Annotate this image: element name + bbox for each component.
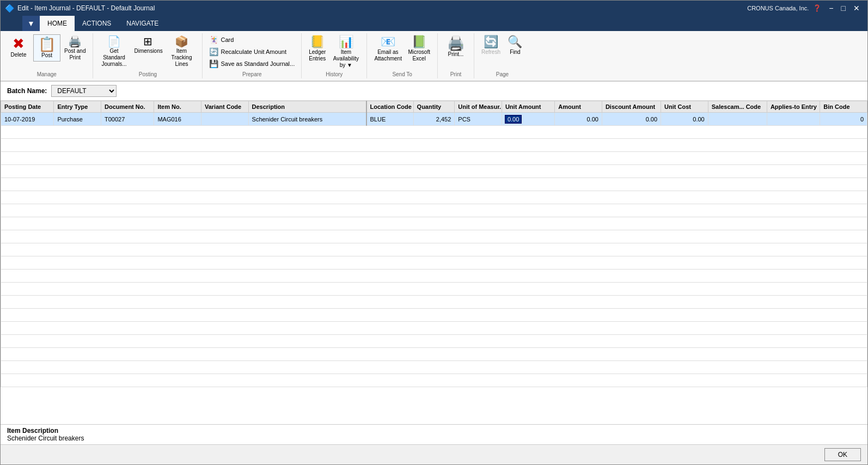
item-availability-icon: 📊	[339, 36, 353, 48]
col-header-discount-amount: Discount Amount	[602, 101, 661, 113]
item-availability-button[interactable]: 📊 ItemAvailability by ▼	[329, 34, 362, 70]
col-header-unit-amount: Unit Amount	[502, 101, 554, 113]
col-header-variant-code: Variant Code	[201, 101, 248, 113]
table-row-empty	[1, 283, 867, 296]
ribbon-group-history: 📒 LedgerEntries 📊 ItemAvailability by ▼ …	[302, 33, 367, 78]
col-header-amount: Amount	[555, 101, 602, 113]
col-header-quantity: Quantity	[413, 101, 455, 113]
excel-icon: 📗	[412, 36, 426, 48]
close-button[interactable]: ✕	[850, 3, 863, 14]
status-bar: Item Description Schenider Circuit break…	[1, 424, 867, 444]
nav-menu-button[interactable]: ▼	[22, 16, 40, 31]
cell-item-no[interactable]: MAG016	[154, 113, 201, 126]
standard-journals-icon: 📄	[107, 36, 121, 47]
col-header-salescam-code: Salescam... Code	[708, 101, 767, 113]
post-and-print-button[interactable]: 🖨️ Post andPrint	[62, 34, 88, 63]
dimensions-icon: ⊞	[143, 36, 152, 47]
save-as-standard-journal-button[interactable]: 💾 Save as Standard Journal...	[207, 58, 297, 69]
cell-bin-code[interactable]: 0	[820, 113, 867, 126]
card-icon: 🃏	[209, 35, 218, 44]
dimensions-button[interactable]: ⊞ Dimensions	[131, 34, 164, 56]
table-row-empty	[1, 191, 867, 204]
card-button[interactable]: 🃏 Card	[207, 34, 236, 45]
recalculate-icon: 🔄	[209, 47, 218, 56]
cell-location-code[interactable]: BLUE	[366, 113, 414, 126]
table-row-empty	[1, 178, 867, 191]
item-tracking-lines-button[interactable]: 📦 ItemTracking Lines	[165, 34, 198, 69]
tracking-lines-icon: 📦	[175, 36, 188, 47]
table-row-empty	[1, 335, 867, 348]
help-icon: ❓	[813, 4, 821, 12]
item-description-label: Item Description	[7, 427, 861, 435]
maximize-button[interactable]: □	[838, 3, 849, 14]
cell-quantity[interactable]: 2,452	[413, 113, 455, 126]
email-icon: 📧	[381, 36, 395, 48]
table-header-row: Posting Date Entry Type Document No. Ite…	[1, 101, 867, 113]
post-button[interactable]: 📋 Post	[33, 34, 60, 62]
col-header-unit-of-measure: Unit of Measur...	[455, 101, 502, 113]
journal-table: Posting Date Entry Type Document No. Ite…	[1, 101, 867, 387]
print-button[interactable]: 🖨️ Print...	[442, 34, 469, 59]
ribbon-tabs: ▼ HOME ACTIONS NAVIGATE	[1, 16, 867, 31]
cell-unit-amount[interactable]: 0.00	[502, 113, 554, 126]
col-header-applies-to-entry: Applies-to Entry	[767, 101, 820, 113]
microsoft-excel-button[interactable]: 📗 MicrosoftExcel	[405, 34, 433, 64]
table-row-empty	[1, 230, 867, 243]
cell-applies-to-entry[interactable]	[767, 113, 820, 126]
refresh-icon: 🔄	[484, 36, 498, 48]
cell-document-no[interactable]: T00027	[101, 113, 154, 126]
batch-bar: Batch Name: DEFAULT	[1, 82, 867, 101]
ribbon-group-prepare: 🃏 Card 🔄 Recalculate Unit Amount 💾 Save …	[203, 33, 302, 78]
company-name: CRONUS Canada, Inc.	[747, 5, 809, 11]
cell-unit-of-measure[interactable]: PCS	[455, 113, 502, 126]
print-icon: 🖨️	[447, 36, 464, 50]
cell-unit-cost[interactable]: 0.00	[661, 113, 708, 126]
ledger-entries-icon: 📒	[310, 36, 325, 48]
cell-entry-type[interactable]: Purchase	[54, 113, 101, 126]
minimize-button[interactable]: −	[826, 3, 836, 14]
delete-button[interactable]: ✖ Delete	[5, 34, 32, 60]
col-header-location-code: Location Code	[366, 101, 414, 113]
table-row-empty	[1, 256, 867, 270]
find-icon: 🔍	[508, 36, 522, 48]
table-row-empty	[1, 204, 867, 217]
table-row-empty	[1, 243, 867, 256]
cell-description[interactable]: Schenider Circuit breakers	[248, 113, 366, 126]
cell-amount[interactable]: 0.00	[555, 113, 602, 126]
ledger-entries-button[interactable]: 📒 LedgerEntries	[306, 34, 328, 64]
cell-unit-amount-value: 0.00	[505, 115, 521, 123]
col-header-document-no: Document No.	[101, 101, 154, 113]
tab-navigate[interactable]: NAVIGATE	[119, 16, 166, 31]
table-row-empty	[1, 296, 867, 309]
post-print-icon: 🖨️	[68, 36, 82, 47]
post-icon: 📋	[38, 37, 56, 51]
cell-salescam-code[interactable]	[708, 113, 767, 126]
ribbon-group-print: 🖨️ Print... Print	[438, 33, 474, 78]
save-journal-icon: 💾	[209, 59, 218, 68]
title-bar-text: Edit - Item Journal - DEFAULT - Default …	[17, 4, 155, 12]
cell-variant-code[interactable]	[201, 113, 248, 126]
ribbon-group-page: 🔄 Refresh 🔍 Find Page	[474, 33, 530, 78]
ribbon: ✖ Delete 📋 Post 🖨️ Post andPrint Manage	[1, 31, 867, 82]
tab-actions[interactable]: ACTIONS	[75, 16, 119, 31]
cell-posting-date[interactable]: 10-07-2019	[1, 113, 54, 126]
table-row[interactable]: 10-07-2019 Purchase T00027 MAG016 Scheni…	[1, 113, 867, 126]
tab-home[interactable]: HOME	[40, 16, 75, 31]
ribbon-group-posting: 📄 Get StandardJournals... ⊞ Dimensions 📦…	[93, 33, 203, 78]
bottom-bar: OK	[1, 444, 867, 464]
get-standard-journals-button[interactable]: 📄 Get StandardJournals...	[97, 34, 130, 69]
col-header-unit-cost: Unit Cost	[661, 101, 708, 113]
refresh-button[interactable]: 🔄 Refresh	[479, 34, 503, 57]
col-header-item-no: Item No.	[154, 101, 201, 113]
find-button[interactable]: 🔍 Find	[504, 34, 526, 57]
recalculate-unit-amount-button[interactable]: 🔄 Recalculate Unit Amount	[207, 46, 288, 57]
table-row-empty	[1, 374, 867, 387]
col-header-bin-code: Bin Code	[820, 101, 867, 113]
ok-button[interactable]: OK	[824, 448, 861, 461]
table-row-empty	[1, 361, 867, 374]
email-attachment-button[interactable]: 📧 Email asAttachment	[371, 34, 404, 64]
batch-name-select[interactable]: DEFAULT	[51, 85, 117, 97]
col-header-description: Description	[248, 101, 366, 113]
cell-discount-amount[interactable]: 0.00	[602, 113, 661, 126]
table-row-empty	[1, 270, 867, 283]
